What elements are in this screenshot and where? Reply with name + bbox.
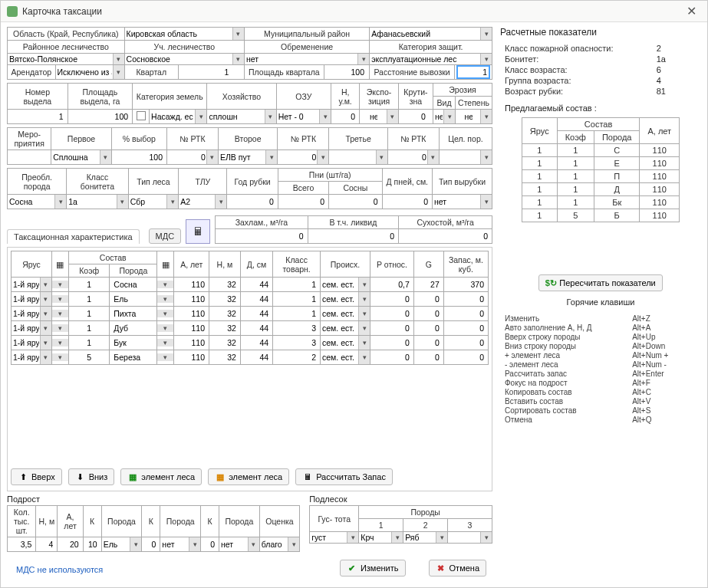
tax-stock[interactable] xyxy=(446,352,486,363)
tax-h[interactable] xyxy=(212,337,238,348)
tax-coef[interactable] xyxy=(71,308,107,319)
dropdown-arrow-icon[interactable]: ▾ xyxy=(40,292,51,306)
dropdown-arrow-icon[interactable]: ▾ xyxy=(52,295,68,303)
recalc-button[interactable]: $↻Пересчитать показатели xyxy=(538,274,662,291)
tax-g[interactable] xyxy=(417,323,441,333)
chk-land-cat[interactable] xyxy=(137,111,146,120)
tax-g[interactable] xyxy=(417,279,441,290)
dropdown-arrow-icon[interactable]: ▾ xyxy=(40,278,51,291)
input-protection-category[interactable] xyxy=(370,54,492,64)
tax-species[interactable] xyxy=(112,279,154,290)
dropdown-arrow-icon[interactable]: ▾ xyxy=(157,339,173,347)
dropdown-arrow-icon[interactable]: ▾ xyxy=(358,278,370,291)
tax-p[interactable] xyxy=(373,279,411,290)
in-pct[interactable] xyxy=(114,152,164,163)
pr-k0[interactable] xyxy=(86,539,99,550)
th-grid-icon[interactable]: ▦ xyxy=(51,251,68,278)
tax-species[interactable] xyxy=(112,352,154,363)
dropdown-arrow-icon[interactable]: ▾ xyxy=(113,54,124,64)
pr-count[interactable] xyxy=(10,539,33,550)
dropdown-arrow-icon[interactable]: ▾ xyxy=(52,324,68,332)
dropdown-arrow-icon[interactable]: ▾ xyxy=(130,537,141,551)
dropdown-arrow-icon[interactable]: ▾ xyxy=(40,350,51,364)
input-region[interactable] xyxy=(125,28,244,39)
up-button[interactable]: ⬆Вверх xyxy=(11,468,62,485)
pr-k1[interactable] xyxy=(144,539,157,550)
tax-quality[interactable] xyxy=(275,323,318,333)
tax-coef[interactable] xyxy=(71,337,107,348)
tax-quality[interactable] xyxy=(275,294,318,304)
tax-species[interactable] xyxy=(112,337,154,348)
pr-a[interactable] xyxy=(60,539,80,550)
tax-h[interactable] xyxy=(212,279,238,290)
tax-p[interactable] xyxy=(373,337,411,348)
dropdown-arrow-icon[interactable]: ▾ xyxy=(52,353,68,361)
dropdown-arrow-icon[interactable]: ▾ xyxy=(358,350,370,364)
dropdown-arrow-icon[interactable]: ▾ xyxy=(480,150,492,164)
in-stump-d[interactable] xyxy=(385,196,430,207)
dropdown-arrow-icon[interactable]: ▾ xyxy=(358,336,370,350)
tax-species[interactable] xyxy=(112,308,154,319)
tax-coef[interactable] xyxy=(71,294,107,304)
dropdown-arrow-icon[interactable]: ▾ xyxy=(157,310,173,317)
dropdown-arrow-icon[interactable]: ▾ xyxy=(157,295,173,303)
tax-coef[interactable] xyxy=(71,279,107,290)
in-cut-year[interactable] xyxy=(229,196,275,207)
tax-quality[interactable] xyxy=(275,352,318,363)
tax-a[interactable] xyxy=(176,279,206,290)
in-stumps-all[interactable] xyxy=(281,196,326,207)
input-participating-forestry[interactable] xyxy=(125,54,244,64)
dropdown-arrow-icon[interactable]: ▾ xyxy=(248,537,259,551)
dropdown-arrow-icon[interactable]: ▾ xyxy=(265,110,276,123)
tax-h[interactable] xyxy=(212,323,238,333)
dropdown-arrow-icon[interactable]: ▾ xyxy=(157,281,173,288)
dropdown-arrow-icon[interactable]: ▾ xyxy=(376,150,387,164)
input-haul-distance[interactable] xyxy=(458,67,489,77)
dropdown-arrow-icon[interactable]: ▾ xyxy=(189,537,200,551)
tax-a[interactable] xyxy=(176,323,206,333)
dropdown-arrow-icon[interactable]: ▾ xyxy=(40,336,51,350)
tax-stock[interactable] xyxy=(446,323,486,333)
tax-p[interactable] xyxy=(373,294,411,304)
tab-mds[interactable]: МДС xyxy=(149,228,182,244)
pr-k2[interactable] xyxy=(203,539,216,550)
tax-species[interactable] xyxy=(112,294,154,304)
dropdown-arrow-icon[interactable]: ▾ xyxy=(195,110,206,123)
tax-p[interactable] xyxy=(373,352,411,363)
dropdown-arrow-icon[interactable]: ▾ xyxy=(232,54,244,64)
dropdown-arrow-icon[interactable]: ▾ xyxy=(157,324,173,332)
close-icon[interactable]: ✕ xyxy=(682,4,701,18)
dropdown-arrow-icon[interactable]: ▾ xyxy=(347,532,358,543)
cancel-button[interactable]: ✖Отмена xyxy=(429,560,486,577)
dropdown-arrow-icon[interactable]: ▾ xyxy=(319,110,331,123)
change-button[interactable]: ✔Изменить xyxy=(340,560,406,577)
tax-h[interactable] xyxy=(212,294,238,304)
tax-d[interactable] xyxy=(243,337,270,348)
dropdown-arrow-icon[interactable]: ▾ xyxy=(480,54,492,64)
dropdown-arrow-icon[interactable]: ▾ xyxy=(166,195,178,209)
dropdown-arrow-icon[interactable]: ▾ xyxy=(480,110,492,123)
th-grid-icon2[interactable]: ▦ xyxy=(157,251,174,278)
input-encumbrance[interactable] xyxy=(245,54,369,64)
dropdown-arrow-icon[interactable]: ▾ xyxy=(427,150,439,164)
tax-d[interactable] xyxy=(243,279,270,290)
dropdown-arrow-icon[interactable]: ▾ xyxy=(480,532,492,543)
dropdown-arrow-icon[interactable]: ▾ xyxy=(100,150,111,164)
calculator-icon[interactable]: 🖩 xyxy=(186,219,210,244)
dropdown-arrow-icon[interactable]: ▾ xyxy=(113,65,124,79)
tax-stock[interactable] xyxy=(446,337,486,348)
dropdown-arrow-icon[interactable]: ▾ xyxy=(480,28,492,40)
dropdown-arrow-icon[interactable]: ▾ xyxy=(206,150,218,164)
tax-h[interactable] xyxy=(212,308,238,319)
dropdown-arrow-icon[interactable]: ▾ xyxy=(358,307,370,320)
tax-stock[interactable] xyxy=(446,308,486,319)
tax-coef[interactable] xyxy=(71,352,107,363)
tax-d[interactable] xyxy=(243,294,270,304)
dropdown-arrow-icon[interactable]: ▾ xyxy=(288,537,299,551)
dropdown-arrow-icon[interactable]: ▾ xyxy=(40,307,51,320)
input-municipal[interactable] xyxy=(370,28,492,39)
tax-quality[interactable] xyxy=(275,279,318,290)
tax-coef[interactable] xyxy=(71,323,107,333)
dropdown-arrow-icon[interactable]: ▾ xyxy=(52,339,68,347)
dropdown-arrow-icon[interactable]: ▾ xyxy=(480,195,492,209)
